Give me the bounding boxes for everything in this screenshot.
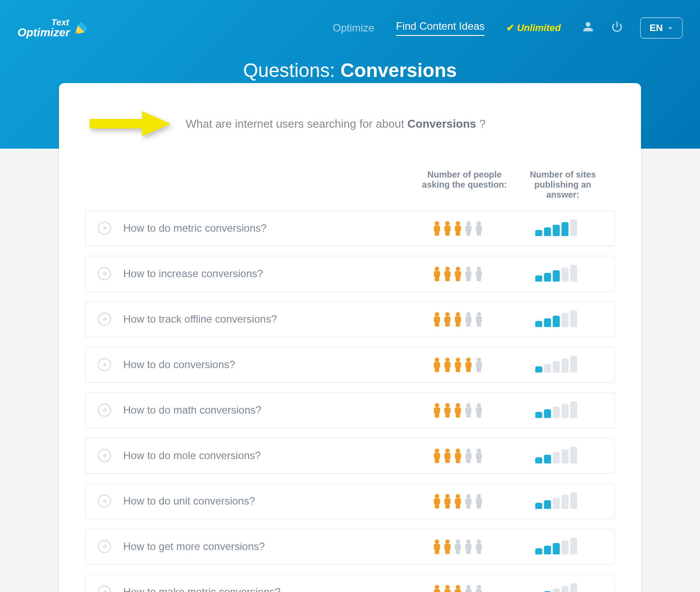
- people-score: [414, 312, 502, 327]
- person-icon: [464, 312, 473, 327]
- person-icon: [432, 585, 442, 592]
- person-icon: [464, 539, 473, 554]
- svg-point-13: [466, 312, 471, 317]
- expand-icon[interactable]: [98, 585, 111, 592]
- svg-point-17: [456, 358, 460, 362]
- person-icon: [453, 539, 463, 554]
- question-text: How to do math conversions?: [123, 404, 261, 416]
- svg-point-44: [477, 585, 481, 589]
- brand-logo[interactable]: Text Optimizer: [17, 18, 90, 38]
- people-score: [414, 266, 502, 281]
- person-icon: [474, 221, 484, 236]
- expand-icon[interactable]: [98, 358, 111, 371]
- svg-point-26: [445, 449, 450, 453]
- person-icon: [464, 221, 473, 236]
- nav-unlimited[interactable]: Unlimited: [506, 22, 561, 34]
- person-icon: [432, 312, 442, 327]
- svg-point-7: [456, 267, 460, 271]
- person-icon: [432, 494, 442, 508]
- question-row[interactable]: How to do unit conversions?: [85, 483, 615, 519]
- user-icon[interactable]: [582, 21, 594, 35]
- sites-score: [510, 357, 602, 373]
- question-row[interactable]: How to do conversions?: [85, 347, 615, 383]
- person-icon: [443, 403, 452, 418]
- brand-line2: Optimizer: [17, 27, 70, 38]
- person-icon: [474, 539, 484, 554]
- svg-point-9: [477, 267, 481, 271]
- svg-point-11: [445, 312, 450, 317]
- svg-point-1: [445, 221, 450, 226]
- nav-find-content-ideas[interactable]: Find Content Ideas: [396, 20, 485, 36]
- expand-icon[interactable]: [98, 449, 111, 462]
- subhead-text: What are internet users searching for ab…: [186, 117, 485, 131]
- person-icon: [453, 585, 463, 592]
- person-icon: [464, 403, 473, 418]
- question-row[interactable]: How to do metric conversions?: [85, 210, 615, 246]
- question-row[interactable]: How to do mole conversions?: [85, 438, 615, 474]
- question-row[interactable]: How to increase conversions?: [85, 256, 615, 292]
- svg-point-28: [466, 449, 471, 453]
- person-icon: [443, 221, 452, 236]
- people-score: [414, 403, 502, 418]
- svg-point-41: [445, 585, 450, 589]
- person-icon: [453, 221, 463, 236]
- person-icon: [432, 539, 442, 554]
- question-row[interactable]: How to get more conversions?: [85, 529, 615, 564]
- expand-icon[interactable]: [98, 494, 111, 508]
- expand-icon[interactable]: [98, 540, 111, 553]
- expand-icon[interactable]: [98, 404, 111, 417]
- svg-point-25: [435, 449, 439, 453]
- svg-point-3: [466, 221, 471, 226]
- person-icon: [474, 494, 484, 508]
- person-icon: [443, 494, 452, 508]
- svg-point-4: [477, 221, 481, 226]
- nav-optimize[interactable]: Optimize: [333, 22, 374, 34]
- column-headers: Number of people asking the question: Nu…: [85, 170, 615, 200]
- expand-icon[interactable]: [98, 267, 111, 280]
- person-icon: [443, 357, 452, 372]
- language-selector[interactable]: EN: [640, 17, 683, 38]
- question-text: How to track offline conversions?: [123, 313, 277, 325]
- person-icon: [464, 357, 473, 372]
- person-icon: [464, 585, 473, 592]
- person-icon: [453, 312, 463, 327]
- person-icon: [453, 357, 463, 372]
- expand-icon[interactable]: [98, 222, 111, 235]
- svg-point-14: [477, 312, 481, 317]
- question-row[interactable]: How to make metric conversions?: [85, 574, 615, 592]
- question-text: How to do unit conversions?: [123, 495, 255, 507]
- person-icon: [432, 403, 442, 418]
- people-score: [414, 221, 502, 236]
- question-text: How to increase conversions?: [123, 268, 263, 280]
- question-row[interactable]: How to do math conversions?: [85, 392, 615, 428]
- question-row[interactable]: How to track offline conversions?: [85, 301, 615, 337]
- svg-point-15: [435, 358, 439, 362]
- person-icon: [443, 312, 452, 327]
- people-score: [414, 585, 502, 592]
- chevron-down-icon: [667, 25, 673, 31]
- svg-point-42: [456, 585, 460, 589]
- pencil-icon: [73, 19, 90, 37]
- results-card: What are internet users searching for ab…: [59, 83, 641, 592]
- power-icon[interactable]: [611, 21, 623, 35]
- svg-point-21: [445, 403, 450, 407]
- sites-score: [510, 493, 602, 509]
- people-score: [414, 357, 502, 372]
- brand-line1: Text: [52, 18, 69, 27]
- people-score: [414, 448, 502, 463]
- person-icon: [432, 221, 442, 236]
- expand-icon[interactable]: [98, 313, 111, 326]
- person-icon: [443, 539, 452, 554]
- person-icon: [453, 266, 463, 281]
- arrow-right-icon: [85, 108, 173, 139]
- person-icon: [453, 494, 463, 508]
- svg-point-12: [456, 312, 460, 317]
- svg-point-43: [466, 585, 471, 589]
- person-icon: [464, 494, 473, 508]
- svg-point-34: [477, 494, 481, 498]
- person-icon: [443, 585, 452, 592]
- svg-point-35: [435, 540, 439, 544]
- svg-point-29: [477, 449, 481, 453]
- person-icon: [474, 357, 484, 372]
- sites-score: [510, 539, 602, 554]
